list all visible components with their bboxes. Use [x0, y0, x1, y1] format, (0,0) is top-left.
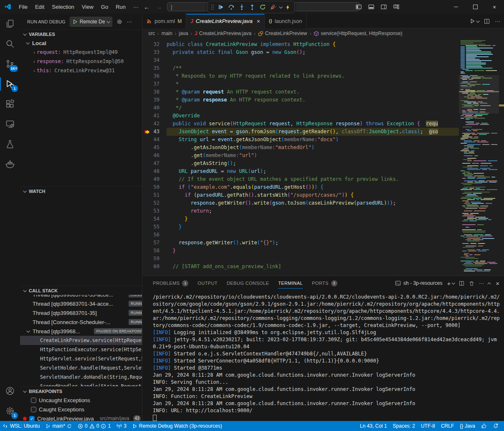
variable-row[interactable]: ›request:HttpRequestImpl@49	[20, 48, 142, 57]
code-line[interactable]: 43 JsonObject event = gson.fromJson(requ…	[142, 128, 459, 136]
code-line[interactable]: 54 }	[142, 215, 459, 223]
eol[interactable]: CRLF	[438, 421, 457, 431]
thread-row[interactable]: Thread [qtp39968...PAUSED ON BREAKPOINT	[20, 327, 142, 336]
run-java-button[interactable]	[470, 18, 479, 24]
stack-frame[interactable]: ServletHandler.doHandle(String,Reque	[20, 373, 142, 382]
gutter[interactable]: 58	[142, 247, 167, 255]
stack-frame[interactable]: HttpServlet.service(ServletRequest,S	[20, 354, 142, 363]
stack-frame[interactable]: ServletHolder.handle(Request,Servlet	[20, 363, 142, 373]
cursor-position[interactable]: Ln 43, Col 1	[357, 421, 390, 431]
gutter[interactable]: 51	[142, 191, 167, 199]
code-line[interactable]: 45 .getAsJsonObject(memberName:"matchedU…	[142, 144, 459, 152]
breadcrumb-item[interactable]: main	[162, 30, 172, 36]
kill-terminal-icon[interactable]	[469, 281, 474, 286]
code-line[interactable]: 48 URL parsedURL = new URL(url);	[142, 167, 459, 175]
activity-testing[interactable]	[0, 134, 20, 154]
gutter[interactable]: 34	[142, 56, 167, 64]
problems-status[interactable]: 001	[75, 421, 114, 431]
nav-forward-button[interactable]: →	[156, 3, 162, 10]
code-line[interactable]: 56	[142, 231, 459, 239]
thread-row[interactable]: Thread [qtp399683701-35]RUNNING	[20, 308, 142, 317]
panel-tab-problems[interactable]: PROBLEMS1	[153, 276, 188, 290]
activity-search[interactable]	[0, 34, 20, 54]
gutter[interactable]: 55	[142, 223, 167, 231]
split-editor-icon[interactable]	[484, 18, 490, 24]
activity-run-and-debug[interactable]: 1	[0, 74, 20, 94]
close-button[interactable]: ×	[485, 0, 504, 14]
gutter[interactable]: 50	[142, 183, 167, 191]
gutter[interactable]: 53	[142, 207, 167, 215]
ports-status[interactable]: 3	[114, 421, 129, 431]
terminal-output[interactable]: /pierrick/.m2/repository/io/cloudevents/…	[153, 294, 499, 421]
activity-accounts[interactable]	[0, 381, 20, 401]
restart-button[interactable]	[258, 3, 267, 12]
gutter[interactable]: 47	[142, 160, 167, 167]
more-actions-icon[interactable]: ···	[127, 18, 132, 25]
feedback[interactable]	[478, 421, 490, 431]
gutter[interactable]: 38	[142, 88, 167, 96]
code-line[interactable]: 58 }	[142, 247, 459, 255]
stack-frame[interactable]: CreateLinkPreview.service(HttpReques	[20, 336, 142, 345]
gutter[interactable]: 56	[142, 231, 167, 239]
code-line[interactable]: 60 // [START add_ons_case_preview_link]	[142, 263, 459, 271]
gutter[interactable]: 46	[142, 152, 167, 160]
activity-settings[interactable]: 1	[0, 401, 20, 421]
thread-row-clipped[interactable]: Thread [qtp399683701-33-acce...RUNNING	[20, 295, 142, 299]
close-panel-icon[interactable]: ×	[496, 280, 499, 287]
variable-row[interactable]: ›this:CreateLinkPreview@31	[20, 66, 142, 75]
step-into-button[interactable]	[237, 3, 246, 12]
breadcrumb-item[interactable]: src	[148, 30, 155, 36]
code-line[interactable]: 50 if ("example.com".equals(parsedURL.ge…	[142, 183, 459, 191]
toggle-sidebar-icon[interactable]	[355, 4, 362, 10]
code-line[interactable]: 37 *	[142, 80, 459, 88]
indentation[interactable]: Spaces: 2	[390, 421, 418, 431]
breadcrumb-item[interactable]: service(HttpRequest, HttpResponse)	[314, 30, 402, 36]
debug-status[interactable]: Remote Debug Watch (3p-resources)	[129, 421, 225, 431]
gutter[interactable]: 33	[142, 48, 167, 56]
gutter[interactable]: 48	[142, 167, 167, 175]
continue-button[interactable]	[216, 3, 225, 12]
panel-tab-output[interactable]: OUTPUT	[198, 276, 218, 290]
gutter[interactable]: 32	[142, 41, 167, 48]
new-terminal-button[interactable]: +	[447, 280, 454, 287]
step-over-button[interactable]	[227, 3, 236, 12]
code-line[interactable]: 40 */	[142, 104, 459, 112]
stack-frame[interactable]: HttpFunctionExecutor.service(HttpSer	[20, 345, 142, 354]
activity-docker[interactable]	[0, 154, 20, 174]
nav-back-button[interactable]: ←	[144, 3, 150, 10]
close-icon[interactable]: ×	[257, 18, 260, 25]
activity-remote-explorer[interactable]	[0, 114, 20, 134]
step-out-button[interactable]	[248, 3, 257, 12]
menu-view[interactable]: View	[78, 4, 97, 10]
gutter[interactable]: 43	[142, 128, 167, 136]
variables-section-header[interactable]: VARIABLES	[20, 29, 142, 38]
gutter[interactable]: 49	[142, 175, 167, 183]
breakpoint-row[interactable]: Uncaught Exceptions	[20, 396, 142, 405]
code-editor[interactable]: 32public class CreateLinkPreview impleme…	[142, 38, 504, 276]
menu-file[interactable]: File	[15, 4, 31, 10]
disconnect-button[interactable]	[268, 3, 278, 12]
breakpoint-checkbox[interactable]: ✓	[29, 416, 35, 421]
gutter[interactable]: 60	[142, 263, 167, 271]
breakpoint-checkbox[interactable]	[31, 398, 36, 403]
breadcrumb-item[interactable]: java	[179, 30, 188, 36]
panel-tab-ports[interactable]: PORTS3	[312, 276, 337, 290]
tab-launch-json[interactable]: {}launch.json	[265, 14, 307, 28]
maximize-button[interactable]	[466, 0, 485, 14]
variable-row[interactable]: ›response:HttpResponseImpl@50	[20, 57, 142, 66]
gutter[interactable]: 40	[142, 104, 167, 112]
more-actions-icon[interactable]: ···	[495, 18, 500, 24]
code-line[interactable]: 47 .getAsString();	[142, 160, 459, 167]
gutter[interactable]: 59	[142, 255, 167, 263]
breakpoint-row[interactable]: Caught Exceptions	[20, 405, 142, 414]
gutter[interactable]: 41	[142, 112, 167, 120]
code-line[interactable]: 52 response.getWriter().write(gson.toJso…	[142, 199, 459, 207]
code-line[interactable]: 39 * @param response An HTTP response co…	[142, 96, 459, 104]
gutter[interactable]: 37	[142, 80, 167, 88]
code-line[interactable]: 44 String url = event.getAsJsonObject(me…	[142, 136, 459, 144]
menu-[interactable]: ···	[129, 4, 142, 10]
breakpoint-checkbox[interactable]	[31, 407, 36, 412]
gutter[interactable]: 57	[142, 239, 167, 247]
gutter[interactable]: 44	[142, 136, 167, 144]
gear-icon[interactable]	[117, 19, 122, 25]
